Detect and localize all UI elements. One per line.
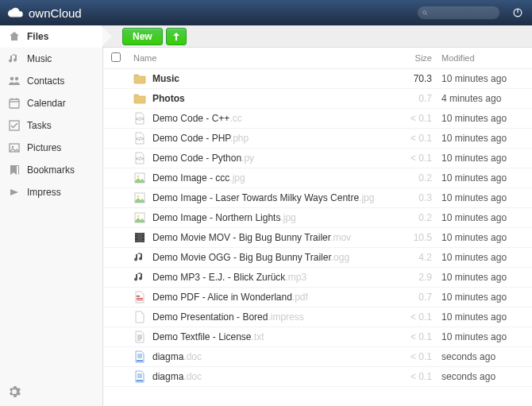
file-modified: 10 minutes ago bbox=[437, 168, 532, 188]
file-type-icon bbox=[133, 251, 146, 264]
file-name-cell[interactable]: Demo Code - Python.py bbox=[129, 148, 389, 168]
file-size: 70.3 bbox=[389, 68, 437, 88]
file-name-cell[interactable]: Demo Movie OGG - Big Bug Bunny Trailer.o… bbox=[129, 247, 389, 267]
file-name-cell[interactable]: diagma.doc bbox=[129, 346, 389, 366]
file-row[interactable]: Demo Code - PHP.php< 0.110 minutes ago bbox=[103, 128, 532, 148]
file-name: Photos bbox=[152, 93, 185, 104]
sidebar-item-files[interactable]: Files bbox=[0, 25, 102, 48]
file-size: < 0.1 bbox=[389, 148, 437, 168]
sidebar-item-pictures[interactable]: Pictures bbox=[0, 137, 102, 159]
logo[interactable]: ownCloud bbox=[6, 3, 82, 22]
col-name[interactable]: Name bbox=[129, 48, 389, 68]
file-name-cell[interactable]: Demo Image - Laser Towards Milky Ways Ce… bbox=[129, 188, 389, 207]
col-modified[interactable]: Modified bbox=[437, 48, 532, 68]
sidebar-item-label: Tasks bbox=[27, 120, 52, 131]
settings-button[interactable] bbox=[8, 385, 22, 400]
file-type-icon bbox=[133, 112, 146, 125]
file-modified: 10 minutes ago bbox=[437, 68, 532, 88]
new-button[interactable]: New bbox=[122, 28, 163, 45]
file-modified: seconds ago bbox=[437, 346, 532, 366]
controls-bar: New bbox=[103, 25, 532, 48]
file-ext: .jpg bbox=[229, 172, 245, 184]
file-size: < 0.1 bbox=[389, 128, 437, 148]
file-name: Demo Movie OGG - Big Bug Bunny Trailer.o… bbox=[152, 252, 349, 263]
file-row[interactable]: Demo Movie MOV - Big Bug Bunny Trailer.m… bbox=[103, 227, 532, 247]
file-row[interactable]: Photos0.74 minutes ago bbox=[103, 88, 532, 108]
file-name-cell[interactable]: Demo Code - C++.cc bbox=[129, 108, 389, 128]
file-row[interactable]: Demo Image - Northern Lights.jpg0.210 mi… bbox=[103, 207, 532, 227]
power-button[interactable] bbox=[510, 5, 526, 21]
select-all-checkbox[interactable] bbox=[111, 52, 121, 62]
file-row[interactable]: Demo MP3 - E.J. - Blick Zurück.mp32.910 … bbox=[103, 267, 532, 287]
file-type-icon bbox=[133, 291, 146, 304]
file-name-cell[interactable]: Demo Image - Northern Lights.jpg bbox=[129, 207, 389, 227]
row-checkbox-cell bbox=[103, 168, 129, 188]
file-name: Demo Presentation - Bored.impress bbox=[152, 311, 304, 323]
file-name-cell[interactable]: Demo Textfile - License.txt bbox=[129, 327, 389, 346]
file-ext: .txt bbox=[252, 331, 264, 342]
file-name-cell[interactable]: Demo Code - PHP.php bbox=[129, 128, 389, 148]
sidebar-item-impress[interactable]: Impress bbox=[0, 181, 102, 203]
file-row[interactable]: Demo Code - Python.py< 0.110 minutes ago bbox=[103, 148, 532, 168]
impress-icon bbox=[8, 186, 21, 199]
file-name: Demo MP3 - E.J. - Blick Zurück.mp3 bbox=[152, 272, 306, 283]
file-type-icon bbox=[133, 132, 146, 145]
search-box[interactable] bbox=[417, 6, 500, 20]
file-name-cell[interactable]: Demo Image - ccc.jpg bbox=[129, 168, 389, 188]
calendar-icon bbox=[8, 97, 21, 110]
tasks-icon bbox=[8, 119, 21, 132]
file-name: Demo Code - Python.py bbox=[152, 153, 254, 164]
file-row[interactable]: diagma.doc< 0.1seconds ago bbox=[103, 366, 532, 386]
file-name-cell[interactable]: Demo Movie MOV - Big Bug Bunny Trailer.m… bbox=[129, 227, 389, 247]
file-name-cell[interactable]: diagma.doc bbox=[129, 366, 389, 386]
file-table-container: Name Size Modified Music70.310 minutes a… bbox=[103, 48, 532, 406]
app-name: ownCloud bbox=[29, 6, 82, 20]
sidebar-item-tasks[interactable]: Tasks bbox=[0, 114, 102, 137]
file-ext: .ogg bbox=[331, 252, 349, 263]
file-modified: 10 minutes ago bbox=[437, 148, 532, 168]
file-modified: 10 minutes ago bbox=[437, 307, 532, 327]
file-name: diagma.doc bbox=[152, 371, 202, 382]
file-size: < 0.1 bbox=[389, 327, 437, 346]
row-checkbox-cell bbox=[103, 287, 129, 307]
file-ext: .doc bbox=[183, 351, 202, 362]
file-row[interactable]: Demo Image - Laser Towards Milky Ways Ce… bbox=[103, 188, 532, 207]
file-name-cell[interactable]: Demo Presentation - Bored.impress bbox=[129, 307, 389, 327]
file-type-icon bbox=[133, 152, 146, 164]
row-checkbox-cell bbox=[103, 88, 129, 108]
file-name: Demo Image - Northern Lights.jpg bbox=[152, 212, 296, 223]
file-row[interactable]: Demo Code - C++.cc< 0.110 minutes ago bbox=[103, 108, 532, 128]
file-row[interactable]: diagma.doc< 0.1seconds ago bbox=[103, 346, 532, 366]
file-row[interactable]: Demo Image - ccc.jpg0.210 minutes ago bbox=[103, 168, 532, 188]
file-modified: 10 minutes ago bbox=[437, 327, 532, 346]
row-checkbox-cell bbox=[103, 227, 129, 247]
sidebar-item-contacts[interactable]: Contacts bbox=[0, 70, 102, 92]
file-size: < 0.1 bbox=[389, 307, 437, 327]
svg-point-1 bbox=[13, 9, 18, 14]
sidebar-item-calendar[interactable]: Calendar bbox=[0, 92, 102, 114]
sidebar-item-music[interactable]: Music bbox=[0, 48, 102, 70]
file-name: Demo Movie MOV - Big Bug Bunny Trailer.m… bbox=[152, 232, 351, 243]
upload-button[interactable] bbox=[166, 28, 187, 45]
col-size[interactable]: Size bbox=[389, 48, 437, 68]
sidebar-item-label: Contacts bbox=[27, 75, 64, 87]
svg-point-3 bbox=[423, 10, 426, 14]
sidebar-item-bookmarks[interactable]: Bookmarks bbox=[0, 159, 102, 181]
file-modified: 10 minutes ago bbox=[437, 188, 532, 207]
file-size: < 0.1 bbox=[389, 108, 437, 128]
file-row[interactable]: Music70.310 minutes ago bbox=[103, 68, 532, 88]
file-name-cell[interactable]: Demo PDF - Alice in Wonderland.pdf bbox=[129, 287, 389, 307]
file-name-cell[interactable]: Music bbox=[129, 68, 389, 88]
file-name-cell[interactable]: Demo MP3 - E.J. - Blick Zurück.mp3 bbox=[129, 267, 389, 287]
file-size: 0.7 bbox=[389, 88, 437, 108]
search-input[interactable] bbox=[431, 8, 495, 17]
file-modified: 10 minutes ago bbox=[437, 267, 532, 287]
file-row[interactable]: Demo Textfile - License.txt< 0.110 minut… bbox=[103, 327, 532, 346]
file-row[interactable]: Demo Movie OGG - Big Bug Bunny Trailer.o… bbox=[103, 247, 532, 267]
home-icon bbox=[8, 30, 21, 43]
file-row[interactable]: Demo PDF - Alice in Wonderland.pdf0.710 … bbox=[103, 287, 532, 307]
file-name: Demo Textfile - License.txt bbox=[152, 331, 264, 342]
file-ext: .doc bbox=[183, 371, 202, 382]
file-name-cell[interactable]: Photos bbox=[129, 88, 389, 108]
file-row[interactable]: Demo Presentation - Bored.impress< 0.110… bbox=[103, 307, 532, 327]
